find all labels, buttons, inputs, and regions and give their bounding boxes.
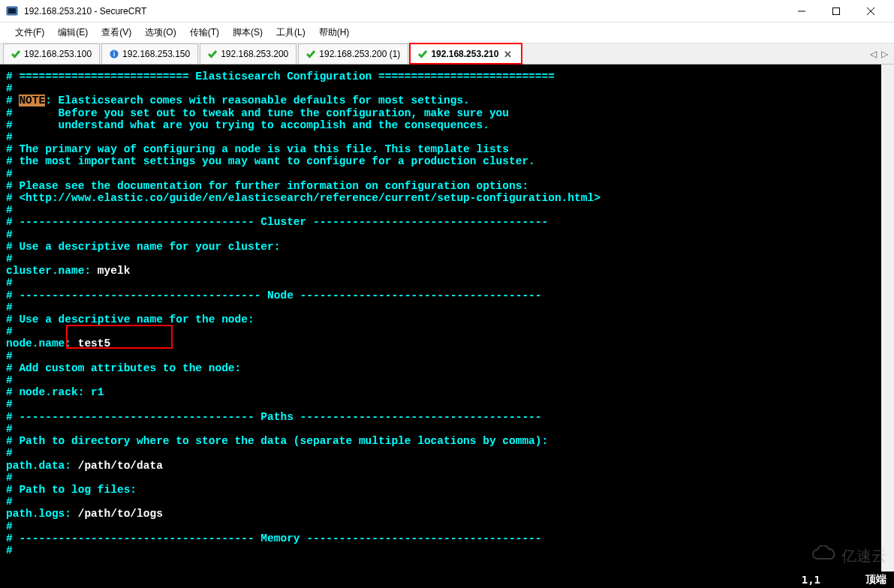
menu-transfer[interactable]: 传输(T) xyxy=(184,23,225,42)
session-tab[interactable]: 192.168.253.100 xyxy=(3,44,100,64)
tab-prev-icon[interactable]: ◁ xyxy=(870,49,877,59)
tab-close-icon[interactable]: ✕ xyxy=(502,49,513,60)
tab-next-icon[interactable]: ▷ xyxy=(881,49,888,59)
window-title: 192.168.253.210 - SecureCRT xyxy=(24,6,784,16)
scrollbar[interactable] xyxy=(881,64,894,572)
status-mode: 顶端 xyxy=(865,573,886,586)
check-icon xyxy=(208,50,217,58)
check-icon xyxy=(306,50,315,58)
cloud-icon xyxy=(810,545,838,567)
menu-tools[interactable]: 工具(L) xyxy=(270,23,312,42)
menu-options[interactable]: 选项(O) xyxy=(139,23,182,42)
session-tab[interactable]: 192.168.253.200 xyxy=(200,44,296,64)
menu-bar: 文件(F) 编辑(E) 查看(V) 选项(O) 传输(T) 脚本(S) 工具(L… xyxy=(0,22,894,44)
menu-view[interactable]: 查看(V) xyxy=(95,23,137,42)
status-bar: 1,1 顶端 xyxy=(0,572,894,588)
svg-rect-3 xyxy=(833,8,840,14)
session-tab-active[interactable]: 192.168.253.210 ✕ xyxy=(410,44,522,64)
watermark: 亿速云 xyxy=(810,545,886,567)
menu-edit[interactable]: 编辑(E) xyxy=(52,23,94,42)
cursor-position: 1,1 xyxy=(802,574,820,586)
menu-file[interactable]: 文件(F) xyxy=(9,23,50,42)
title-bar: 192.168.253.210 - SecureCRT xyxy=(0,0,894,22)
maximize-button[interactable] xyxy=(819,0,853,22)
check-icon xyxy=(418,50,427,58)
tab-label: 192.168.253.150 xyxy=(122,49,190,59)
terminal-content: # ========================== Elasticsear… xyxy=(0,64,894,562)
tab-label: 192.168.253.200 xyxy=(221,49,288,59)
session-tab[interactable]: i 192.168.253.150 xyxy=(101,44,198,64)
close-button[interactable] xyxy=(853,0,888,22)
menu-script[interactable]: 脚本(S) xyxy=(227,23,269,42)
tab-label: 192.168.253.210 xyxy=(431,49,498,59)
menu-help[interactable]: 帮助(H) xyxy=(313,23,356,42)
minimize-button[interactable] xyxy=(784,0,819,22)
tab-label: 192.168.253.200 (1) xyxy=(319,49,400,59)
session-tab[interactable]: 192.168.253.200 (1) xyxy=(298,44,408,64)
check-icon xyxy=(11,50,20,58)
watermark-text: 亿速云 xyxy=(841,546,886,566)
info-icon: i xyxy=(110,50,119,58)
svg-text:i: i xyxy=(113,50,115,58)
tab-label: 192.168.253.100 xyxy=(24,49,92,59)
tab-nav: ◁ ▷ xyxy=(870,44,888,64)
tab-bar: 192.168.253.100 i 192.168.253.150 192.16… xyxy=(0,44,894,64)
app-icon xyxy=(6,5,18,17)
terminal-area[interactable]: # ========================== Elasticsear… xyxy=(0,64,894,572)
svg-rect-1 xyxy=(8,8,16,14)
window-controls xyxy=(784,0,888,22)
